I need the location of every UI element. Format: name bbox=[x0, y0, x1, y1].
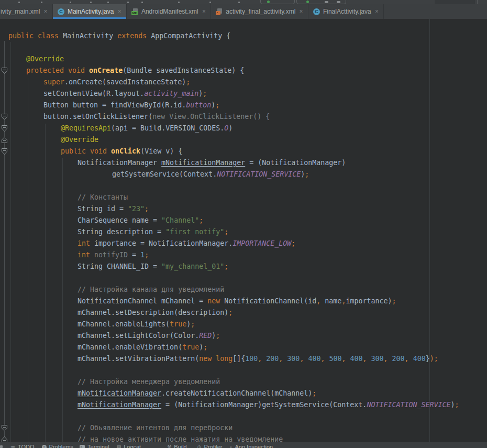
code-line[interactable]: mChannel.enableLights(true); bbox=[0, 319, 487, 330]
code-editor[interactable]: public class MainActivity extends AppCom… bbox=[0, 19, 487, 442]
code-line[interactable]: public class MainActivity extends AppCom… bbox=[0, 30, 487, 42]
code-token: setContentView(R.layout. bbox=[43, 90, 144, 97]
java-class-icon: C bbox=[58, 8, 64, 15]
statusbar-item-problems[interactable]: !Problems bbox=[42, 444, 73, 448]
code-line[interactable]: NotificationManager mNotificationManager… bbox=[0, 157, 487, 169]
tab-close-icon[interactable]: ✕ bbox=[43, 9, 48, 14]
code-line[interactable]: // на новое активити после нажатия на ув… bbox=[0, 434, 487, 442]
code-line[interactable] bbox=[0, 19, 487, 30]
code-token: (Bundle savedInstanceState) { bbox=[123, 67, 244, 74]
tab-mainactivity-java[interactable]: CMainActivity.java✕ bbox=[53, 4, 127, 19]
code-token: ; bbox=[392, 297, 396, 305]
code-line[interactable] bbox=[0, 180, 487, 192]
code-token: NotificationChannel mChannel = bbox=[78, 297, 207, 305]
code-line[interactable]: mNotificationManager.createNotificationC… bbox=[0, 388, 487, 399]
code-line[interactable]: Button button = findViewById(R.id.button… bbox=[0, 100, 487, 111]
device-selector[interactable] bbox=[435, 0, 475, 4]
code-line[interactable]: mChannel.setDescription(description); bbox=[0, 307, 487, 319]
code-line[interactable]: int importance = NotificationManager.IMP… bbox=[0, 238, 487, 249]
code-line[interactable]: @Override bbox=[0, 134, 487, 146]
toolbar-icon[interactable] bbox=[141, 2, 143, 3]
code-token: ; bbox=[312, 389, 316, 397]
run-icon[interactable] bbox=[267, 1, 270, 3]
toolbar-icon[interactable] bbox=[238, 2, 240, 3]
code-line[interactable]: String id = "23"; bbox=[0, 203, 487, 215]
tab-close-icon[interactable]: ✕ bbox=[375, 9, 379, 14]
statusbar-item-todo[interactable]: ≔TODO bbox=[10, 444, 35, 448]
code-line[interactable]: mChannel.enableVibration(true); bbox=[0, 342, 487, 353]
code-line[interactable] bbox=[0, 365, 487, 376]
code-token: ; bbox=[291, 239, 295, 247]
code-line[interactable]: String description = "first notify"; bbox=[0, 226, 487, 238]
run-config-button[interactable] bbox=[260, 0, 295, 4]
profile-icon[interactable] bbox=[337, 1, 340, 3]
fold-up-icon[interactable] bbox=[1, 436, 8, 442]
code-line[interactable]: button.setOnClickListener(new View.OnCli… bbox=[0, 111, 487, 123]
code-line[interactable]: // Константы bbox=[0, 192, 487, 203]
tab-androidmanifest-xml[interactable]: MFAndroidManifest.xml✕ bbox=[127, 4, 211, 19]
code-line[interactable]: CharSequence name = "Channel"; bbox=[0, 215, 487, 226]
code-line[interactable]: NotificationChannel mChannel = new Notif… bbox=[0, 296, 487, 307]
tab-close-icon[interactable]: ✕ bbox=[117, 9, 121, 14]
toolbar-icon[interactable] bbox=[90, 2, 92, 3]
toolbar-icon[interactable] bbox=[209, 2, 211, 3]
statusbar-item-terminal[interactable]: >_Terminal bbox=[80, 444, 109, 448]
code-token: ; bbox=[186, 78, 190, 86]
code-line[interactable]: mNotificationManager = (NotificationMana… bbox=[0, 399, 487, 411]
statusbar-item-logcat[interactable]: ▤Logcat bbox=[117, 444, 141, 448]
fold-down-icon[interactable] bbox=[1, 125, 8, 132]
code-token: button bbox=[186, 101, 211, 109]
code-line[interactable]: // Настройка канала для уведомлений bbox=[0, 284, 487, 296]
code-token: // Константы bbox=[78, 193, 128, 201]
terminal-icon: >_ bbox=[80, 445, 85, 448]
fold-down-icon[interactable] bbox=[1, 113, 8, 121]
code-token: ) bbox=[450, 401, 455, 409]
code-line[interactable]: mChannel.setLightColor(Color.RED); bbox=[0, 330, 487, 342]
code-area[interactable]: public class MainActivity extends AppCom… bbox=[0, 19, 487, 442]
code-line[interactable]: super.onCreate(savedInstanceState); bbox=[0, 77, 487, 88]
toolbar-icon[interactable] bbox=[178, 2, 180, 3]
code-line[interactable] bbox=[0, 411, 487, 422]
tab-close-icon[interactable]: ✕ bbox=[299, 9, 303, 14]
code-line[interactable]: setContentView(R.layout.activity_main); bbox=[0, 88, 487, 100]
code-token: 400 bbox=[350, 355, 362, 363]
fold-down-icon[interactable] bbox=[1, 67, 8, 74]
toolbar-icon[interactable] bbox=[70, 2, 71, 3]
toolbar-icon[interactable] bbox=[41, 2, 42, 3]
code-line[interactable] bbox=[0, 272, 487, 284]
code-line[interactable] bbox=[0, 42, 487, 53]
editor-tab-bar: ivity_main.xml✕CMainActivity.java✕MFAndr… bbox=[0, 4, 487, 19]
code-line[interactable]: protected void onCreate(Bundle savedInst… bbox=[0, 65, 487, 77]
statusbar-item-profiler[interactable]: ◷Profiler bbox=[197, 444, 223, 448]
app-inspection-icon: ⌕ bbox=[229, 444, 232, 448]
code-token: mChannel.setDescription(description) bbox=[78, 309, 228, 316]
code-line[interactable]: // Обьявление интентов для переброски bbox=[0, 422, 487, 434]
code-line[interactable]: public void onClick(View v) { bbox=[0, 146, 487, 157]
code-line[interactable]: @RequiresApi(api = Build.VERSION_CODES.O… bbox=[0, 123, 487, 134]
tab-label: activity_final_acttivity.xml bbox=[226, 8, 295, 15]
code-line[interactable]: getSystemService(Context.NOTIFICATION_SE… bbox=[0, 169, 487, 180]
statusbar-item-app-inspection[interactable]: ⌕App Inspection bbox=[229, 444, 273, 448]
tab-activity-final-acttivity-xml[interactable]: activity_final_acttivity.xml✕ bbox=[211, 4, 308, 19]
run-icon[interactable] bbox=[306, 1, 309, 3]
code-line[interactable]: // Настройка менеджера уведомлений bbox=[0, 376, 487, 388]
tab-activity-main-xml[interactable]: ivity_main.xml✕ bbox=[0, 4, 53, 19]
logcat-icon: ▤ bbox=[117, 444, 121, 448]
code-line[interactable]: int notifyID = 1; bbox=[0, 249, 487, 261]
toolbar-icon[interactable] bbox=[107, 2, 109, 3]
debug-icon[interactable] bbox=[325, 1, 328, 3]
statusbar-item-build[interactable]: ⚒Build bbox=[167, 444, 187, 448]
code-token: mNotificationManager bbox=[161, 159, 245, 167]
toolbar-icon[interactable] bbox=[18, 2, 20, 3]
statusbar-item-label: App Inspection bbox=[235, 444, 273, 448]
toolbar-icon[interactable] bbox=[127, 2, 129, 3]
fold-down-icon[interactable] bbox=[1, 148, 8, 155]
code-line[interactable]: mChannel.setVibrationPattern(new long[]{… bbox=[0, 353, 487, 365]
tab-close-icon[interactable]: ✕ bbox=[202, 9, 206, 14]
code-line[interactable]: @Override bbox=[0, 53, 487, 65]
code-line[interactable]: String CHANNEL_ID = "my_channel_01"; bbox=[0, 261, 487, 272]
fold-up-icon[interactable] bbox=[1, 136, 8, 144]
code-token: super bbox=[43, 78, 64, 86]
tab-finalacttivity-java[interactable]: CFinalActtivity.java✕ bbox=[308, 4, 384, 19]
fold-down-icon[interactable] bbox=[1, 424, 8, 432]
